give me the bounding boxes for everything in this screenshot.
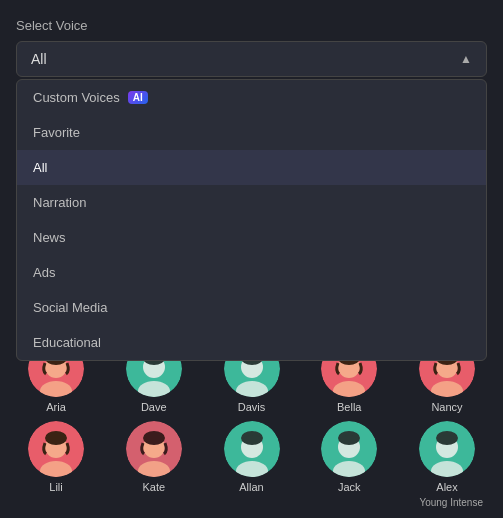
svg-point-39: [436, 431, 458, 445]
select-voice-label: Select Voice: [16, 18, 487, 33]
chevron-up-icon: ▲: [460, 52, 472, 66]
dropdown-item-educational[interactable]: Educational: [17, 325, 486, 360]
voice-name: Nancy: [431, 401, 462, 413]
voice-row-2: Lili Kate Allan Jack A: [16, 421, 487, 493]
voice-dropdown[interactable]: All ▲ Custom VoicesAIFavoriteAllNarratio…: [16, 41, 487, 77]
dropdown-value: All: [31, 51, 47, 67]
dropdown-item-narration[interactable]: Narration: [17, 185, 486, 220]
voice-item-allan[interactable]: Allan: [212, 421, 292, 493]
voice-name: Bella: [337, 401, 361, 413]
voice-name: Jack: [338, 481, 361, 493]
voice-name: Allan: [239, 481, 263, 493]
avatar-allan: [224, 421, 280, 477]
dropdown-selected[interactable]: All ▲: [16, 41, 487, 77]
voice-item-kate[interactable]: Kate: [114, 421, 194, 493]
voice-name: Alex: [436, 481, 457, 493]
voice-name: Aria: [46, 401, 66, 413]
voice-name: Lili: [49, 481, 62, 493]
svg-point-31: [241, 431, 263, 445]
ai-badge: AI: [128, 91, 148, 104]
avatar-lili: [28, 421, 84, 477]
avatar-alex: [419, 421, 475, 477]
dropdown-item-ads[interactable]: Ads: [17, 255, 486, 290]
voice-tag: Young Intense: [16, 497, 487, 508]
svg-point-35: [338, 431, 360, 445]
voice-item-alex[interactable]: Alex: [407, 421, 487, 493]
voice-item-jack[interactable]: Jack: [309, 421, 389, 493]
voice-name: Kate: [142, 481, 165, 493]
dropdown-item-favorite[interactable]: Favorite: [17, 115, 486, 150]
voice-item-lili[interactable]: Lili: [16, 421, 96, 493]
dropdown-item-custom-voices[interactable]: Custom VoicesAI: [17, 80, 486, 115]
voice-name: Davis: [238, 401, 266, 413]
voice-name: Dave: [141, 401, 167, 413]
dropdown-item-all[interactable]: All: [17, 150, 486, 185]
svg-point-27: [143, 431, 165, 445]
avatar-jack: [321, 421, 377, 477]
dropdown-item-social-media[interactable]: Social Media: [17, 290, 486, 325]
avatar-kate: [126, 421, 182, 477]
svg-point-23: [45, 431, 67, 445]
dropdown-item-news[interactable]: News: [17, 220, 486, 255]
dropdown-menu: Custom VoicesAIFavoriteAllNarrationNewsA…: [16, 79, 487, 361]
